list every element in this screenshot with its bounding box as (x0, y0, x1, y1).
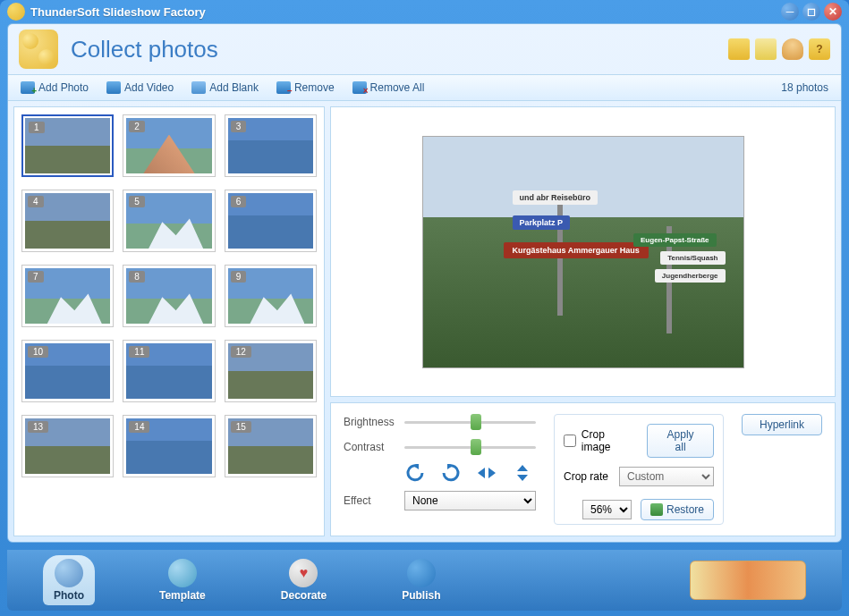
thumbnail[interactable]: 7 (21, 265, 114, 327)
add-blank-button[interactable]: Add Blank (184, 79, 266, 97)
contrast-slider[interactable] (404, 439, 536, 455)
crop-image-label: Crop image (582, 428, 636, 453)
add-photo-icon (21, 81, 35, 94)
photo-count: 18 photos (781, 81, 836, 94)
thumb-number: 3 (231, 121, 247, 132)
nav-decorate[interactable]: Decorate (270, 555, 337, 605)
thumbnail[interactable]: 5 (123, 190, 215, 252)
decorate-icon (289, 559, 318, 587)
add-video-icon (106, 81, 121, 94)
thumbnail[interactable]: 2 (123, 114, 215, 177)
effect-label: Effect (344, 494, 397, 507)
add-video-button[interactable]: Add Video (99, 79, 181, 97)
apply-all-button[interactable]: Apply all (647, 424, 714, 458)
help-icon[interactable]: ? (809, 38, 830, 60)
app-logo-icon (7, 3, 25, 21)
user-icon[interactable] (782, 38, 803, 60)
thumb-number: 14 (129, 421, 149, 433)
thumbnail[interactable]: 11 (123, 340, 215, 402)
thumb-number: 15 (231, 421, 251, 433)
crop-image-checkbox[interactable] (564, 435, 576, 447)
add-blank-label: Add Blank (209, 81, 259, 94)
page-header: Collect photos ? (8, 24, 841, 74)
preview-sign: Parkplatz P (513, 215, 571, 230)
thumbnail[interactable]: 3 (225, 114, 317, 177)
remove-label: Remove (294, 81, 335, 94)
thumbnail[interactable]: 8 (123, 265, 215, 327)
effect-select[interactable]: None (404, 491, 536, 511)
window-title: ThunderSoft Slideshow Factory (30, 5, 206, 19)
minimize-button[interactable]: ─ (781, 3, 799, 21)
toolbar: Add Photo Add Video Add Blank Remove Rem… (8, 74, 841, 101)
remove-all-button[interactable]: Remove All (345, 79, 432, 97)
slider-thumb[interactable] (471, 414, 481, 430)
thumb-number: 8 (129, 271, 145, 283)
crop-group: Crop image Apply all Crop rate Custom 56… (554, 414, 724, 525)
nav-publish-label: Publish (402, 589, 440, 602)
thumb-number: 1 (29, 122, 45, 133)
titlebar: ThunderSoft Slideshow Factory ─ ◻ ✕ (0, 0, 849, 23)
remove-all-label: Remove All (370, 81, 425, 94)
thumb-number: 6 (231, 196, 247, 207)
rotate-left-button[interactable] (404, 464, 426, 482)
publish-icon (407, 559, 436, 587)
page-title: Collect photos (71, 36, 218, 63)
nav-template[interactable]: Template (149, 555, 216, 605)
thumb-number: 7 (28, 271, 44, 283)
add-blank-icon (191, 81, 206, 94)
thumbnail[interactable]: 10 (21, 340, 114, 402)
add-photo-button[interactable]: Add Photo (13, 79, 96, 97)
flip-vertical-button[interactable] (512, 464, 533, 482)
thumb-number: 11 (129, 346, 149, 358)
thumbnail[interactable]: 4 (21, 190, 114, 252)
add-video-label: Add Video (124, 81, 174, 94)
brand-badge (690, 561, 806, 600)
thumb-number: 4 (28, 196, 44, 207)
thumbnail[interactable]: 13 (21, 415, 114, 477)
slider-thumb[interactable] (471, 439, 481, 455)
thumbnail[interactable]: 14 (123, 415, 215, 477)
preview-sign: Kurgästehaus Ammergauer Haus (504, 242, 649, 258)
nav-decorate-label: Decorate (281, 589, 327, 602)
thumb-number: 5 (129, 196, 145, 207)
controls-panel: Brightness Contrast (330, 402, 836, 536)
thumbnail[interactable]: 12 (225, 340, 317, 402)
rotate-right-button[interactable] (440, 464, 462, 482)
maximize-button[interactable]: ◻ (802, 3, 820, 21)
add-photo-label: Add Photo (38, 81, 89, 94)
nav-photo[interactable]: Photo (43, 555, 95, 605)
notes-icon[interactable] (755, 38, 777, 60)
brightness-slider[interactable] (404, 414, 536, 430)
thumbnail[interactable]: 6 (225, 190, 317, 252)
nav-template-label: Template (159, 589, 206, 602)
zoom-select[interactable]: 56% (582, 500, 632, 519)
hyperlink-button[interactable]: Hyperlink (742, 414, 822, 435)
restore-icon (650, 503, 663, 516)
flower-logo-icon (19, 30, 58, 69)
open-folder-icon[interactable] (728, 38, 750, 60)
nav-photo-label: Photo (54, 589, 84, 602)
preview-image: und abr Reisebüro Parkplatz P Kurgästeha… (422, 136, 744, 368)
remove-all-icon (352, 81, 367, 94)
gallery-scroll[interactable]: 123456789101112131415 (14, 107, 324, 536)
bottom-nav: Photo Template Decorate Publish (7, 550, 842, 611)
nav-publish[interactable]: Publish (391, 555, 451, 605)
thumbnail[interactable]: 15 (225, 415, 317, 477)
restore-button[interactable]: Restore (641, 499, 714, 520)
thumb-number: 12 (231, 346, 251, 358)
thumb-number: 13 (28, 421, 48, 433)
preview-panel: und abr Reisebüro Parkplatz P Kurgästeha… (330, 106, 836, 397)
close-button[interactable]: ✕ (824, 3, 842, 21)
thumb-number: 10 (28, 346, 48, 358)
remove-button[interactable]: Remove (269, 79, 342, 97)
flip-horizontal-button[interactable] (476, 464, 497, 482)
preview-sign: Jugendherberge (655, 269, 726, 283)
thumb-number: 2 (129, 121, 145, 132)
thumbnail[interactable]: 1 (21, 114, 114, 177)
crop-rate-select[interactable]: Custom (619, 467, 714, 486)
gallery-panel: 123456789101112131415 (13, 106, 325, 536)
crop-rate-label: Crop rate (564, 470, 614, 483)
thumbnail[interactable]: 9 (225, 265, 317, 327)
preview-sign: Tennis/Squash (660, 251, 725, 265)
thumb-number: 9 (231, 271, 247, 283)
